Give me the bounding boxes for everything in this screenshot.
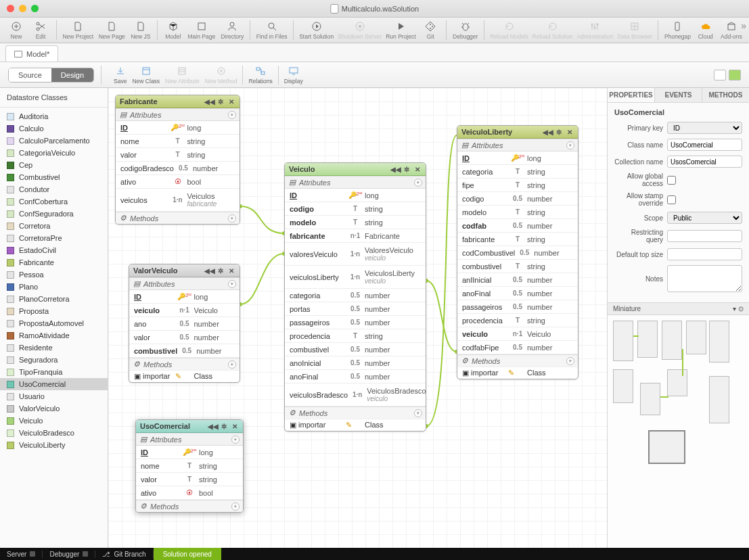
attr-portas[interactable]: portas0.5number: [285, 302, 426, 316]
toolbar-debugger[interactable]: Debugger: [450, 18, 480, 43]
attr-passageiros[interactable]: passageiros0.5number: [285, 316, 426, 329]
attr-codigo[interactable]: codigo0.5number: [457, 192, 578, 206]
attr-codfab[interactable]: codfab0.5number: [457, 219, 578, 233]
status-server[interactable]: Server: [0, 551, 43, 558]
attr-veiculos[interactable]: veiculos1·nVeiculosfabricante: [116, 189, 240, 212]
toolbar-new[interactable]: New: [4, 18, 28, 43]
attr-categoria[interactable]: categoriaTstring: [457, 165, 578, 179]
sidebar-item-corretorapre[interactable]: CorretoraPre: [0, 232, 108, 244]
miniature-map[interactable]: [608, 315, 749, 548]
toolbar-new-js[interactable]: New JS: [128, 18, 154, 43]
gear-icon[interactable]: ✲: [217, 97, 225, 106]
design-button[interactable]: Design: [51, 68, 93, 82]
status-debugger[interactable]: Debugger: [43, 551, 95, 558]
subtoolbar-new-attribute[interactable]: New Attribute: [165, 66, 200, 85]
attr-combustivel[interactable]: combustivel0.5number: [285, 343, 426, 356]
collapse-icon[interactable]: ◀◀: [206, 97, 214, 106]
attr-procedencia[interactable]: procedenciaTstring: [457, 314, 578, 327]
attr-veiculosbradesco[interactable]: veiculosBradesco1·nVeiculosBradescoveicu…: [285, 383, 426, 406]
toolbar-directory[interactable]: Directory: [218, 18, 246, 43]
attr-aniinicial[interactable]: anIInicial0.5number: [457, 273, 578, 287]
miniature-collapse-icon[interactable]: ▾ ⊙: [733, 305, 744, 312]
tab-methods[interactable]: METHODS: [702, 88, 749, 102]
sidebar-item-categoriaveiculo[interactable]: CategoriaVeiculo: [0, 147, 108, 159]
sidebar-item-estadocivil[interactable]: EstadoCivil: [0, 244, 108, 256]
subtoolbar-save[interactable]: Save: [114, 66, 127, 85]
toolbar-administration[interactable]: Administration: [574, 18, 615, 43]
view-code-toggle[interactable]: [714, 70, 726, 80]
attr-ano[interactable]: ano0.5number: [129, 317, 240, 331]
sidebar-item-propostaautomovel[interactable]: PropostaAutomovel: [0, 317, 108, 329]
sidebar-item-calculoparcelamento[interactable]: CalculoParcelamento: [0, 135, 108, 147]
model-canvas[interactable]: Fabricante ◀◀✲✕ ▤Attributes+ ID🔑2³²longn…: [108, 88, 607, 548]
entity-fabricante[interactable]: Fabricante ◀◀✲✕ ▤Attributes+ ID🔑2³²longn…: [115, 95, 240, 225]
attr-valor[interactable]: valorTstring: [136, 473, 243, 486]
sidebar-item-proposta[interactable]: Proposta: [0, 305, 108, 317]
sidebar-item-confseguradora[interactable]: ConfSeguradora: [0, 208, 108, 220]
attr-categoria[interactable]: categoria0.5number: [285, 289, 426, 302]
toolbar-model[interactable]: Model: [161, 18, 185, 43]
toolbar-start-solution[interactable]: Start Solution: [297, 18, 336, 43]
attr-fipe[interactable]: fipeTstring: [457, 179, 578, 192]
sidebar-item-combustivel[interactable]: Combustivel: [0, 171, 108, 183]
attr-codcombustivel[interactable]: codCombustivel0.5number: [457, 246, 578, 260]
sidebar-item-seguradora[interactable]: Seguradora: [0, 354, 108, 366]
toolbar-reload-models[interactable]: Reload Models: [488, 18, 530, 43]
status-git[interactable]: ⎇ Git Branch: [95, 551, 153, 558]
sidebar-item-veiculobradesco[interactable]: VeiculoBradesco: [0, 427, 108, 439]
allow-global-checkbox[interactable]: [667, 176, 676, 185]
attr-anofinal[interactable]: anoFinal0.5number: [285, 370, 426, 383]
attr-valor[interactable]: valorTstring: [116, 148, 240, 162]
attr-passageiros[interactable]: passageiros0.5number: [457, 300, 578, 314]
attr-modelo[interactable]: modeloTstring: [457, 206, 578, 219]
attr-veiculo[interactable]: veiculon·1Veiculo: [129, 304, 240, 317]
sidebar-item-fabricante[interactable]: Fabricante: [0, 256, 108, 269]
sidebar-item-pessoa[interactable]: Pessoa: [0, 269, 108, 281]
attr-ativo[interactable]: ativo⦿bool: [116, 175, 240, 189]
toolbar-find-in-files[interactable]: Find in Files: [254, 18, 290, 43]
notes-textarea[interactable]: [667, 265, 742, 292]
sidebar-item-auditoria[interactable]: Auditoria: [0, 110, 108, 122]
attr-modelo[interactable]: modeloTstring: [285, 216, 426, 229]
zoom-window[interactable]: [31, 5, 39, 12]
sidebar-item-corretora[interactable]: Corretora: [0, 220, 108, 232]
sidebar-item-planocorretora[interactable]: PlanoCorretora: [0, 293, 108, 305]
sidebar-item-veiculoliberty[interactable]: VeiculoLiberty: [0, 439, 108, 451]
subtoolbar-display[interactable]: Display: [284, 66, 303, 85]
attr-fabricante[interactable]: fabricanten·1Fabricante: [285, 229, 426, 243]
subtoolbar-new-method[interactable]: New Method: [205, 66, 237, 85]
sidebar-item-cep[interactable]: Cep: [0, 159, 108, 171]
attr-combustivel[interactable]: combustivel0.5number: [129, 344, 240, 358]
attr-veiculo[interactable]: veiculon·1Veiculo: [457, 327, 578, 341]
sidebar-item-confcobertura[interactable]: ConfCobertura: [0, 195, 108, 208]
attr-id[interactable]: ID🔑2³²long: [136, 446, 243, 459]
attr-id[interactable]: ID🔑2³²long: [129, 290, 240, 304]
overflow-icon[interactable]: »: [741, 20, 746, 31]
attr-nome[interactable]: nomeTstring: [116, 135, 240, 148]
attr-valoresveiculo[interactable]: valoresVeiculo1·nValoresVeiculoveiculo: [285, 243, 426, 266]
toolbar-main-page[interactable]: Main Page: [185, 18, 218, 43]
default-top-size-input[interactable]: [667, 248, 742, 260]
attr-id[interactable]: ID🔑2³²long: [285, 189, 426, 202]
attr-codfabfipe[interactable]: codfabFipe0.5number: [457, 341, 578, 354]
sidebar-item-veiculo[interactable]: Veiculo: [0, 415, 108, 427]
entity-valorveiculo[interactable]: ValorVeiculo ◀◀✲✕ ▤Attributes+ ID🔑2³²lon…: [129, 264, 240, 383]
attr-ativo[interactable]: ativo⦿bool: [136, 486, 243, 500]
close-window[interactable]: [7, 5, 14, 12]
scope-select[interactable]: Public: [667, 212, 742, 224]
entity-veiculoliberty[interactable]: VeiculoLiberty ◀◀✲✕ ▤Attributes+ ID🔑2³²l…: [457, 125, 578, 379]
toolbar-reload-solution[interactable]: Reload Solution: [530, 18, 575, 43]
toolbar-phonegap[interactable]: Phonegap: [662, 18, 694, 43]
attr-combustivel[interactable]: combustivelTstring: [457, 260, 578, 273]
sidebar-item-ramoatividade[interactable]: RamoAtividade: [0, 329, 108, 342]
toolbar-git[interactable]: Git: [418, 18, 442, 43]
sidebar-item-calculo[interactable]: Calculo: [0, 122, 108, 135]
attr-veiculosliberty[interactable]: veiculosLiberty1·nVeiculosLibertyveiculo: [285, 266, 426, 289]
class-name-input[interactable]: [667, 139, 742, 151]
attr-codigo[interactable]: codigoTstring: [285, 202, 426, 216]
sidebar-item-residente[interactable]: Residente: [0, 342, 108, 354]
attr-procedencia[interactable]: procedenciaTstring: [285, 329, 426, 343]
attr-anoinicial[interactable]: anoInicial0.5number: [285, 356, 426, 370]
close-icon[interactable]: ✕: [227, 97, 235, 106]
minimize-window[interactable]: [19, 5, 26, 12]
